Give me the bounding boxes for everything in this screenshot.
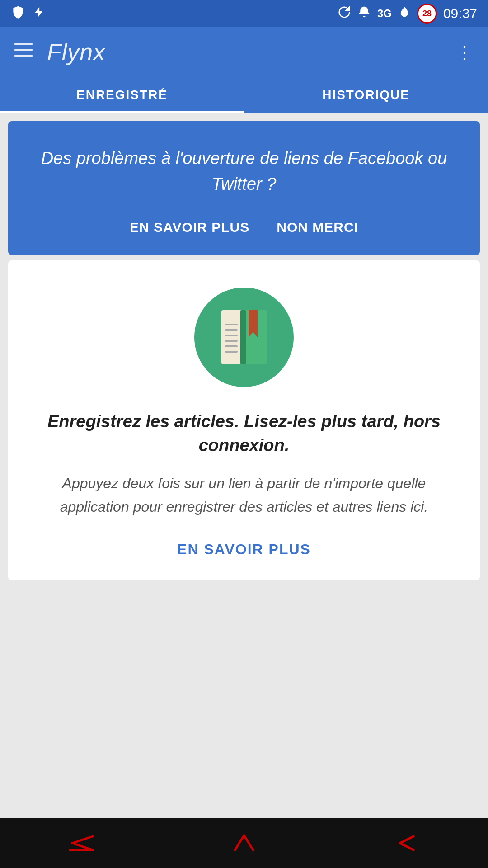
app-bar-left: Flynx bbox=[14, 38, 105, 66]
book-icon bbox=[194, 288, 294, 387]
home-button[interactable] bbox=[226, 825, 262, 861]
svg-rect-3 bbox=[14, 55, 33, 57]
status-bar: 3G 28 09:37 bbox=[0, 0, 488, 27]
back-button[interactable] bbox=[63, 825, 99, 861]
notification-badge: 28 bbox=[417, 4, 437, 24]
dismiss-promo-button[interactable]: NON MERCI bbox=[277, 220, 358, 235]
svg-rect-6 bbox=[240, 310, 246, 364]
bolt-icon bbox=[33, 5, 45, 23]
shield-icon bbox=[11, 5, 25, 23]
svg-rect-7 bbox=[225, 324, 238, 326]
bottom-nav bbox=[0, 818, 488, 868]
svg-rect-11 bbox=[225, 345, 238, 347]
forward-button[interactable] bbox=[389, 825, 425, 861]
learn-more-promo-button[interactable]: EN SAVOIR PLUS bbox=[130, 220, 249, 235]
info-description: Appuyez deux fois sur un lien à partir d… bbox=[30, 472, 458, 518]
main-content: Des problèmes à l'ouverture de liens de … bbox=[0, 113, 488, 818]
hamburger-menu-button[interactable] bbox=[14, 42, 33, 61]
status-time: 09:37 bbox=[443, 6, 477, 21]
svg-line-14 bbox=[72, 836, 93, 843]
promo-card: Des problèmes à l'ouverture de liens de … bbox=[8, 121, 480, 255]
svg-rect-9 bbox=[225, 335, 238, 336]
3g-label: 3G bbox=[377, 7, 392, 20]
app-title: Flynx bbox=[47, 38, 105, 66]
svg-rect-2 bbox=[14, 49, 33, 51]
svg-line-18 bbox=[244, 835, 253, 850]
app-bar: Flynx ⋮ bbox=[0, 27, 488, 77]
svg-rect-1 bbox=[14, 43, 33, 45]
more-options-button[interactable]: ⋮ bbox=[455, 43, 474, 61]
promo-actions: EN SAVOIR PLUS NON MERCI bbox=[30, 220, 458, 235]
svg-rect-8 bbox=[225, 329, 238, 331]
fire-icon bbox=[398, 5, 411, 23]
status-bar-left-icons bbox=[11, 5, 45, 23]
learn-more-info-button[interactable]: EN SAVOIR PLUS bbox=[177, 541, 311, 558]
info-card: Enregistrez les articles. Lisez-les plus… bbox=[8, 260, 480, 580]
svg-line-20 bbox=[400, 843, 413, 850]
info-headline: Enregistrez les articles. Lisez-les plus… bbox=[30, 410, 458, 458]
tab-enregistre[interactable]: ENREGISTRÉ bbox=[0, 77, 244, 113]
status-bar-right-icons: 3G 28 09:37 bbox=[338, 4, 477, 24]
svg-line-19 bbox=[400, 836, 413, 843]
promo-title: Des problèmes à l'ouverture de liens de … bbox=[30, 146, 458, 197]
bell-icon bbox=[357, 5, 371, 22]
rotate-icon bbox=[338, 5, 351, 22]
svg-rect-12 bbox=[225, 351, 238, 353]
svg-rect-10 bbox=[225, 340, 238, 342]
svg-line-17 bbox=[235, 835, 244, 850]
tab-historique[interactable]: HISTORIQUE bbox=[244, 77, 488, 113]
tabs-bar: ENREGISTRÉ HISTORIQUE bbox=[0, 77, 488, 113]
